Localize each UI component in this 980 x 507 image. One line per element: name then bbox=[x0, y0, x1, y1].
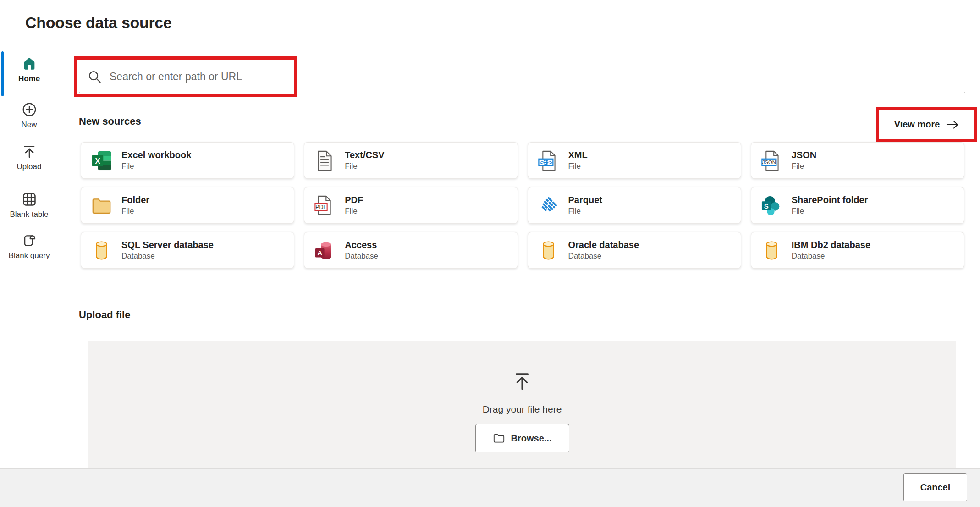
tile-title: XML bbox=[568, 149, 588, 161]
text-csv-icon bbox=[314, 150, 335, 171]
page-title: Choose data source bbox=[25, 14, 172, 32]
database-icon bbox=[91, 240, 112, 261]
source-tile-oracle-database[interactable]: Oracle database Database bbox=[528, 232, 741, 269]
database-icon bbox=[761, 240, 782, 261]
source-tile-ibm-db2-database[interactable]: IBM Db2 database Database bbox=[751, 232, 964, 269]
source-tile-xml[interactable]: < > XML File bbox=[528, 142, 741, 179]
upload-arrow-icon bbox=[512, 371, 533, 392]
table-grid-icon bbox=[22, 192, 37, 207]
svg-text:X: X bbox=[95, 157, 100, 165]
svg-text:A: A bbox=[318, 248, 323, 256]
search-input[interactable] bbox=[79, 61, 965, 93]
tile-title: Text/CSV bbox=[345, 149, 384, 161]
sidebar-item-label: Upload bbox=[17, 163, 42, 171]
folder-outline-icon bbox=[493, 433, 505, 444]
browse-label: Browse... bbox=[511, 433, 552, 444]
svg-text:PDF: PDF bbox=[316, 204, 327, 210]
tile-category: File bbox=[792, 161, 816, 171]
database-icon bbox=[538, 240, 559, 261]
upload-file-heading: Upload file bbox=[79, 309, 130, 321]
source-tile-folder[interactable]: Folder File bbox=[81, 187, 294, 224]
sidebar-item-new[interactable]: New bbox=[0, 102, 58, 129]
home-icon bbox=[22, 56, 37, 72]
new-sources-heading: New sources bbox=[79, 116, 141, 127]
source-tile-grid: X Excel workbook File Text/CSV File bbox=[81, 142, 964, 269]
source-tile-access[interactable]: A Access Database bbox=[304, 232, 518, 269]
source-tile-sql-server-database[interactable]: SQL Server database Database bbox=[81, 232, 294, 269]
tile-category: File bbox=[568, 206, 602, 216]
tile-category: File bbox=[345, 161, 384, 171]
tile-title: JSON bbox=[792, 149, 816, 161]
sharepoint-icon: S bbox=[761, 195, 782, 216]
source-tile-json[interactable]: JSON JSON File bbox=[751, 142, 964, 179]
tile-title: Oracle database bbox=[568, 239, 639, 251]
svg-text:>: > bbox=[549, 159, 552, 165]
upload-dropzone[interactable]: Drag your file here Browse... bbox=[79, 331, 965, 482]
tile-title: Parquet bbox=[568, 194, 602, 206]
tile-category: File bbox=[792, 206, 868, 216]
tile-category: Database bbox=[121, 251, 214, 261]
search-icon bbox=[87, 69, 102, 84]
xml-icon: < > bbox=[538, 150, 559, 171]
sidebar-item-label: Home bbox=[18, 75, 40, 83]
tile-title: IBM Db2 database bbox=[792, 239, 870, 251]
pdf-icon: PDF bbox=[314, 195, 335, 216]
arrow-right-icon bbox=[946, 120, 959, 129]
tile-category: File bbox=[568, 161, 588, 171]
tile-category: File bbox=[121, 161, 191, 171]
upload-arrow-icon bbox=[22, 144, 37, 160]
sidebar-item-upload[interactable]: Upload bbox=[0, 144, 58, 171]
tile-category: Database bbox=[568, 251, 639, 261]
sidebar: Home New Upload bbox=[0, 41, 58, 468]
folder-icon bbox=[91, 195, 112, 216]
tile-category: Database bbox=[792, 251, 870, 261]
view-more-label: View more bbox=[894, 119, 940, 130]
svg-text:S: S bbox=[764, 202, 769, 209]
tile-title: Access bbox=[345, 239, 378, 251]
cancel-label: Cancel bbox=[920, 482, 951, 493]
excel-icon: X bbox=[91, 150, 112, 171]
choose-data-source-dialog: Choose data source Home New Uploa bbox=[0, 0, 980, 507]
parquet-icon bbox=[538, 195, 559, 216]
search-bar bbox=[79, 61, 965, 93]
access-icon: A bbox=[314, 240, 335, 261]
source-tile-parquet[interactable]: Parquet File bbox=[528, 187, 741, 224]
dialog-footer: Cancel bbox=[0, 468, 980, 507]
source-tile-text-csv[interactable]: Text/CSV File bbox=[304, 142, 518, 179]
sidebar-item-blank-table[interactable]: Blank table bbox=[0, 192, 58, 219]
sidebar-item-blank-query[interactable]: Blank query bbox=[0, 233, 58, 260]
source-tile-pdf[interactable]: PDF PDF File bbox=[304, 187, 518, 224]
tile-title: PDF bbox=[345, 194, 363, 206]
browse-button[interactable]: Browse... bbox=[475, 424, 569, 452]
sidebar-item-label: Blank query bbox=[9, 252, 50, 260]
view-more-button[interactable]: View more bbox=[879, 110, 974, 139]
tile-category: Database bbox=[345, 251, 378, 261]
sidebar-item-label: Blank table bbox=[10, 210, 48, 219]
source-tile-excel-workbook[interactable]: X Excel workbook File bbox=[81, 142, 294, 179]
sidebar-item-home[interactable]: Home bbox=[0, 56, 58, 83]
source-tile-sharepoint-folder[interactable]: S SharePoint folder File bbox=[751, 187, 964, 224]
tile-title: Folder bbox=[121, 194, 149, 206]
json-icon: JSON bbox=[761, 150, 782, 171]
tile-title: Excel workbook bbox=[121, 149, 191, 161]
tile-title: SharePoint folder bbox=[792, 194, 868, 206]
tile-title: SQL Server database bbox=[121, 239, 214, 251]
tile-category: File bbox=[121, 206, 149, 216]
drag-here-label: Drag your file here bbox=[483, 404, 562, 415]
upload-dropzone-inner: Drag your file here Browse... bbox=[88, 341, 956, 474]
svg-text:JSON: JSON bbox=[762, 160, 776, 165]
tile-category: File bbox=[345, 206, 363, 216]
add-circle-icon bbox=[22, 102, 37, 117]
sidebar-item-label: New bbox=[21, 121, 37, 129]
scroll-icon bbox=[22, 233, 37, 248]
svg-text:<: < bbox=[539, 159, 543, 165]
cancel-button[interactable]: Cancel bbox=[903, 473, 967, 501]
